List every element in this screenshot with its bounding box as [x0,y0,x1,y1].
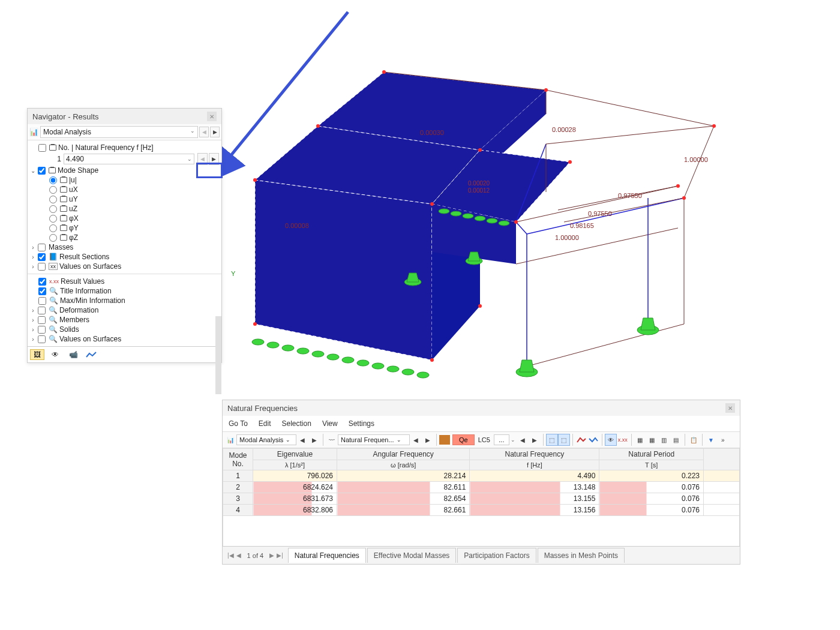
mode-freq-select[interactable]: 4.490 ⌄ [64,154,194,164]
cell-np[interactable]: 0.076 [599,493,704,505]
chevron-down-icon[interactable]: ⌄ [511,437,515,443]
phiz-radio[interactable] [49,234,57,242]
tb-next2-icon[interactable]: ▶ [422,434,434,446]
list-icon[interactable]: 📋 [688,434,700,446]
more-icon[interactable]: » [717,434,729,446]
last-page-icon[interactable]: ▶| [277,552,283,559]
u-abs-radio[interactable] [49,176,57,184]
mode-shape-checkbox[interactable] [38,167,46,175]
title-info-item[interactable]: 🔍Title Information [28,286,221,296]
cell-np[interactable]: 0.076 [599,482,704,493]
phix-item[interactable]: φX [28,214,221,223]
tb-next-icon[interactable]: ▶ [308,434,320,446]
u-abs-item[interactable]: |u| [28,175,221,185]
result-values-checkbox[interactable] [38,278,46,286]
mode-next-icon[interactable]: ▶ [209,153,219,165]
phiz-item[interactable]: φZ [28,233,221,242]
cell-af[interactable]: 82.661 [337,505,470,516]
tb-prev-icon[interactable]: ◀ [296,434,308,446]
mode-shape-item[interactable]: ⌄ Mode Shape [28,166,221,175]
tb-prev3-icon[interactable]: ◀ [517,434,529,446]
cell-af[interactable]: 82.611 [337,482,470,493]
cell-ev[interactable]: 6824.624 [253,482,337,493]
filter1-icon[interactable]: ⬚ [546,434,558,446]
next-arrow-icon[interactable]: ▶ [210,127,220,137]
cell-nf[interactable]: 13.156 [470,505,599,516]
tab-participation-factors[interactable]: Participation Factors [457,548,536,563]
masses-checkbox[interactable] [38,244,46,251]
lc5-label[interactable]: LC5 [475,435,494,445]
close-icon[interactable]: ✕ [725,403,735,413]
col-eigenvalue[interactable]: Eigenvalue [253,449,337,460]
tb-ellipsis[interactable]: ... [494,434,509,445]
uz-item[interactable]: uZ [28,204,221,214]
view-icon[interactable]: 🖼 [30,349,44,360]
funnel-icon[interactable]: ▼ [705,434,717,446]
ux-item[interactable]: uX [28,185,221,194]
uy-radio[interactable] [49,196,57,203]
maxmin-checkbox[interactable] [38,297,46,305]
tb-prev2-icon[interactable]: ◀ [410,434,422,446]
qe-button[interactable]: Qe [452,434,475,445]
result-sections-item[interactable]: ›📘Result Sections [28,252,221,262]
menu-edit[interactable]: Edit [259,419,271,428]
cell-np[interactable]: 0.076 [599,505,704,516]
col-natperiod[interactable]: Natural Period [599,449,704,460]
analysis-type-select[interactable]: Modal Analysis⌄ [40,126,198,138]
menu-view[interactable]: View [322,419,338,428]
vos2-item[interactable]: ›🔍Values on Surfaces [28,334,221,344]
solids-item[interactable]: ›🔍Solids [28,325,221,334]
camera-icon[interactable]: 📹 [66,349,80,360]
result-values-item[interactable]: x.xxResult Values [28,277,221,286]
result-sections-checkbox[interactable] [38,253,46,261]
tab-natural-frequencies[interactable]: Natural Frequencies [288,548,366,563]
tab-effective-modal-masses[interactable]: Effective Modal Masses [367,548,457,563]
chart-line-icon[interactable] [84,349,98,360]
uy-item[interactable]: uY [28,194,221,204]
freq-checkbox[interactable] [38,144,46,152]
cell-af[interactable]: 82.654 [337,493,470,505]
cell-af[interactable]: 28.214 [337,470,470,482]
table-row[interactable]: 4 6832.806 82.661 13.156 0.076 [223,505,740,516]
mode-prev-icon[interactable]: ◀ [197,153,208,165]
cell-ev[interactable]: 6831.673 [253,493,337,505]
prev-page-icon[interactable]: ◀ [236,552,241,559]
members-checkbox[interactable] [38,316,46,324]
phiy-item[interactable]: φY [28,223,221,233]
cell-nf[interactable]: 13.155 [470,493,599,505]
section-icon[interactable] [575,434,587,446]
vos2-checkbox[interactable] [38,335,46,343]
table-row[interactable]: 3 6831.673 82.654 13.155 0.076 [223,493,740,505]
col-angfreq[interactable]: Angular Frequency [337,449,470,460]
eye2-icon[interactable]: 👁 [605,434,617,446]
menu-goto[interactable]: Go To [229,419,248,428]
maxmin-info-item[interactable]: 🔍Max/Min Information [28,296,221,305]
deformation-item[interactable]: ›🔍Deformation [28,305,221,315]
section2-icon[interactable] [587,434,599,446]
uz-radio[interactable] [49,205,57,213]
grid3-icon[interactable]: ▥ [658,434,670,446]
color-swatch[interactable] [439,435,450,445]
scrollbar[interactable] [215,316,221,394]
menu-selection[interactable]: Selection [282,419,311,428]
next-page-icon[interactable]: ▶ [269,552,274,559]
table-row[interactable]: 2 6824.624 82.611 13.148 0.076 [223,482,740,493]
close-icon[interactable]: ✕ [207,112,217,121]
cell-ev[interactable]: 796.026 [253,470,337,482]
cell-nf[interactable]: 13.148 [470,482,599,493]
first-page-icon[interactable]: |◀ [227,552,234,559]
col-natfreq[interactable]: Natural Frequency [470,449,599,460]
cell-np[interactable]: 0.223 [599,470,704,482]
tab-masses-in-mesh-points[interactable]: Masses in Mesh Points [538,548,625,563]
prev-arrow-icon[interactable]: ◀ [199,127,209,137]
values-on-surfaces-item[interactable]: ›xxValues on Surfaces [28,262,221,271]
grid4-icon[interactable]: ▤ [670,434,682,446]
cell-nf[interactable]: 4.490 [470,470,599,482]
filter2-icon[interactable]: ⬚ [558,434,570,446]
tb-next3-icon[interactable]: ▶ [529,434,541,446]
vos-checkbox[interactable] [38,263,46,271]
deformation-checkbox[interactable] [38,307,46,314]
col-mode-no[interactable]: Mode No. [223,449,253,470]
table-row[interactable]: 1 796.026 28.214 4.490 0.223 [223,470,740,482]
masses-item[interactable]: ›Masses [28,242,221,252]
